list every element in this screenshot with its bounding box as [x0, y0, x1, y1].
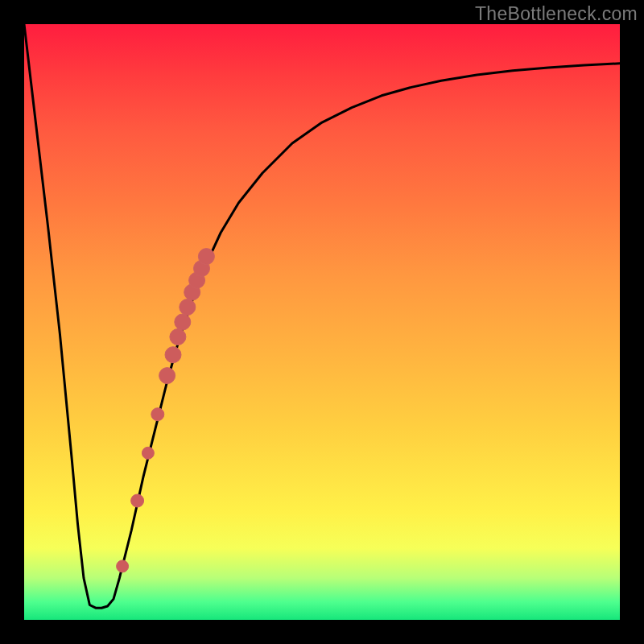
chart-stage: TheBottleneck.com: [0, 0, 644, 644]
chart-plot-area: [24, 24, 620, 620]
watermark-text: TheBottleneck.com: [475, 3, 638, 25]
